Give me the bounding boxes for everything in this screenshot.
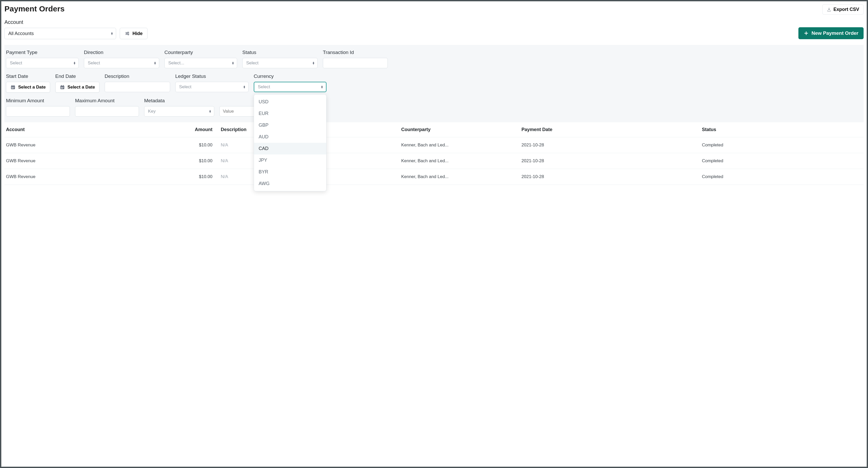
counterparty-label: Counterparty bbox=[164, 49, 237, 55]
end-date-text: Select a Date bbox=[67, 85, 95, 90]
svg-rect-19 bbox=[63, 87, 64, 88]
svg-rect-15 bbox=[61, 87, 62, 88]
currency-option-usd[interactable]: USD bbox=[254, 96, 326, 108]
page-title: Payment Orders bbox=[4, 4, 65, 13]
filters-panel: Payment Type Select ▲▼ Direction Select … bbox=[4, 45, 864, 122]
metadata-label: Metadata bbox=[144, 98, 214, 104]
direction-placeholder: Select bbox=[88, 61, 100, 66]
orders-table: Account Amount Description Counterparty … bbox=[4, 122, 864, 185]
cell-payment-date: 2021-10-28 bbox=[520, 137, 701, 153]
th-payment-date[interactable]: Payment Date bbox=[520, 122, 701, 137]
svg-rect-17 bbox=[61, 88, 62, 89]
start-date-label: Start Date bbox=[6, 73, 50, 79]
updown-icon: ▲▼ bbox=[312, 62, 315, 65]
download-icon bbox=[827, 7, 831, 12]
currency-option-jpy[interactable]: JPY bbox=[254, 155, 326, 166]
svg-rect-14 bbox=[63, 85, 64, 86]
svg-point-1 bbox=[126, 33, 127, 34]
direction-select[interactable]: Select ▲▼ bbox=[84, 58, 159, 68]
transaction-id-label: Transaction Id bbox=[323, 49, 388, 55]
start-date-text: Select a Date bbox=[18, 85, 46, 90]
ledger-status-label: Ledger Status bbox=[175, 73, 249, 79]
updown-icon: ▲▼ bbox=[73, 62, 76, 65]
svg-point-0 bbox=[128, 32, 129, 33]
svg-rect-9 bbox=[12, 88, 12, 89]
new-payment-order-button[interactable]: New Payment Order bbox=[798, 27, 864, 39]
currency-option-gbp[interactable]: GBP bbox=[254, 120, 326, 131]
counterparty-select[interactable]: Select... ▲▼ bbox=[164, 58, 237, 68]
updown-icon: ▲▼ bbox=[154, 62, 156, 65]
status-placeholder: Select bbox=[246, 61, 258, 66]
cell-amount: $10.00 bbox=[150, 153, 219, 169]
currency-label: Currency bbox=[254, 73, 327, 79]
table-row[interactable]: GWB Revenue$10.00N/AKenner, Bach and Led… bbox=[4, 169, 864, 185]
cell-payment-date: 2021-10-28 bbox=[520, 169, 701, 185]
th-amount[interactable]: Amount bbox=[150, 122, 219, 137]
cell-account: GWB Revenue bbox=[4, 169, 150, 185]
min-amount-label: Minimum Amount bbox=[6, 98, 70, 104]
max-amount-label: Maximum Amount bbox=[75, 98, 139, 104]
export-csv-button[interactable]: Export CSV bbox=[822, 4, 864, 14]
updown-icon: ▲▼ bbox=[232, 62, 234, 65]
hide-filters-button[interactable]: Hide bbox=[120, 28, 148, 39]
calendar-icon bbox=[10, 85, 16, 90]
svg-rect-6 bbox=[14, 85, 14, 86]
svg-rect-7 bbox=[12, 87, 12, 88]
currency-placeholder: Select bbox=[258, 85, 270, 90]
cell-account: GWB Revenue bbox=[4, 137, 150, 153]
currency-dropdown: USDEURGBPAUDCADJPYBYRAWG bbox=[254, 94, 327, 191]
currency-select[interactable]: Select ▲▼ bbox=[254, 82, 327, 92]
calendar-icon bbox=[60, 85, 65, 90]
export-csv-label: Export CSV bbox=[833, 7, 859, 12]
cell-status: Completed bbox=[700, 153, 864, 169]
metadata-key-select[interactable]: Key ▲▼ bbox=[144, 106, 214, 116]
currency-option-cad[interactable]: CAD bbox=[254, 143, 326, 155]
min-amount-input[interactable] bbox=[6, 106, 70, 116]
ledger-status-placeholder: Select bbox=[179, 85, 191, 90]
payment-type-select[interactable]: Select ▲▼ bbox=[6, 58, 79, 68]
svg-rect-18 bbox=[62, 88, 63, 89]
svg-rect-5 bbox=[12, 85, 12, 86]
cell-status: Completed bbox=[700, 137, 864, 153]
table-row[interactable]: GWB Revenue$10.00N/AKenner, Bach and Led… bbox=[4, 137, 864, 153]
currency-option-awg[interactable]: AWG bbox=[254, 178, 326, 190]
plus-icon bbox=[804, 31, 809, 36]
direction-label: Direction bbox=[84, 49, 159, 55]
currency-option-byr[interactable]: BYR bbox=[254, 166, 326, 178]
th-counterparty[interactable]: Counterparty bbox=[400, 122, 520, 137]
cell-counterparty: Kenner, Bach and Led... bbox=[400, 137, 520, 153]
table-row[interactable]: GWB Revenue$10.00N/AKenner, Bach and Led… bbox=[4, 153, 864, 169]
payment-type-label: Payment Type bbox=[6, 49, 79, 55]
updown-icon: ▲▼ bbox=[111, 32, 113, 35]
cell-counterparty: Kenner, Bach and Led... bbox=[400, 169, 520, 185]
svg-rect-10 bbox=[13, 88, 13, 89]
cell-status: Completed bbox=[700, 169, 864, 185]
description-input[interactable] bbox=[105, 82, 170, 92]
account-select[interactable]: All Accounts ▲▼ bbox=[4, 28, 116, 39]
currency-option-aud[interactable]: AUD bbox=[254, 131, 326, 143]
updown-icon: ▲▼ bbox=[321, 86, 323, 89]
svg-rect-16 bbox=[62, 87, 63, 88]
new-payment-order-label: New Payment Order bbox=[811, 30, 858, 36]
status-filter-label: Status bbox=[242, 49, 318, 55]
cell-account: GWB Revenue bbox=[4, 153, 150, 169]
start-date-button[interactable]: Select a Date bbox=[6, 82, 50, 93]
status-select[interactable]: Select ▲▼ bbox=[242, 58, 318, 68]
counterparty-placeholder: Select... bbox=[168, 61, 184, 66]
cell-payment-date: 2021-10-28 bbox=[520, 153, 701, 169]
end-date-button[interactable]: Select a Date bbox=[55, 82, 99, 93]
th-status[interactable]: Status bbox=[700, 122, 864, 137]
svg-rect-8 bbox=[13, 87, 13, 88]
svg-rect-13 bbox=[61, 85, 62, 86]
th-account[interactable]: Account bbox=[4, 122, 150, 137]
description-label: Description bbox=[105, 73, 170, 79]
account-select-value: All Accounts bbox=[8, 31, 34, 36]
transaction-id-input[interactable] bbox=[323, 58, 388, 68]
updown-icon: ▲▼ bbox=[243, 86, 246, 89]
account-label: Account bbox=[4, 19, 148, 25]
end-date-label: End Date bbox=[55, 73, 99, 79]
cell-amount: $10.00 bbox=[150, 137, 219, 153]
max-amount-input[interactable] bbox=[75, 106, 139, 116]
ledger-status-select[interactable]: Select ▲▼ bbox=[175, 82, 249, 92]
currency-option-eur[interactable]: EUR bbox=[254, 108, 326, 120]
